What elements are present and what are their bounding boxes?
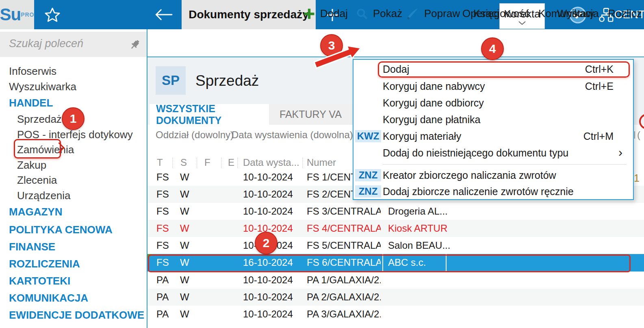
logo-sub-text: PRO [21, 11, 34, 18]
annotation-outline-dodaj [378, 61, 630, 78]
sidebar-section-kartoteki[interactable]: KARTOTEKI [0, 274, 156, 288]
menu-item-koryguj-odbiorcy[interactable]: Koryguj dane odbiorcy [353, 94, 633, 111]
toolbar-dodaj-label: Dodaj [320, 7, 348, 20]
menu-item-koryguj-platnika[interactable]: Koryguj dane płatnika [353, 111, 633, 128]
annotation-outline-sprzedaz [14, 139, 61, 159]
sidebar-item-infoserwis[interactable]: Infoserwis [0, 64, 156, 78]
toolbar-komunikacja-button[interactable]: Komunikacja [538, 0, 599, 27]
add-plus-icon [303, 8, 315, 20]
search-placeholder: Szukaj poleceń [9, 37, 83, 50]
toolbar-pokaz-button[interactable]: Pokaż [356, 0, 402, 27]
command-search-box[interactable]: Szukaj poleceń [0, 32, 147, 57]
doc-type-badge-znz: ZNZ [355, 169, 381, 181]
col-t[interactable]: T [157, 157, 163, 168]
tab-faktury-vat[interactable]: FAKTURY VA [269, 104, 364, 125]
shortcut: Ctrl+E [585, 80, 614, 92]
annotation-badge-2: 2 [255, 232, 278, 254]
tab-dokumenty-sprzedazy[interactable]: Dokumenty sprzedaży [182, 0, 316, 29]
page-type-badge: SP [156, 66, 186, 95]
doc-type-badge-kwz: KWZ [355, 130, 381, 142]
menu-separator [383, 164, 627, 165]
korekta-dropdown-menu: Dodaj Ctrl+K Koryguj dane nabywcy Ctrl+E… [353, 59, 634, 200]
header-separator [221, 158, 222, 168]
clipped-value-fragment: 1 [634, 172, 640, 184]
sidebar-item-wyszukiwarka[interactable]: Wyszukiwarka [0, 80, 156, 93]
toolbar-komunikacja-label: Komunikacja [538, 7, 599, 20]
table-row-fs5[interactable]: FS W 10-10-2024 FS 5/CENTRALA... Salon B… [147, 237, 644, 254]
sidebar-section-komunikacja[interactable]: KOMUNIKACJA [0, 291, 156, 305]
annotation-badge-4: 4 [481, 37, 504, 60]
sidebar-item-zlecenia[interactable]: Zlecenia [0, 173, 164, 187]
col-e[interactable]: E [228, 157, 234, 168]
clipped-text-fragment [634, 131, 635, 139]
app-logo: SuPRO [0, 0, 34, 29]
filter-data-wystawienia[interactable]: Data wystawienia (dowolna) [232, 129, 353, 141]
table-row-fs3[interactable]: FS W 10-10-2024 FS 3/CENTRALA... Drogeri… [147, 203, 644, 220]
col-s[interactable]: S [180, 157, 187, 168]
annotation-badge-1: 1 [62, 107, 85, 130]
back-arrow-icon[interactable] [154, 8, 173, 23]
sidebar-section-magazyn[interactable]: MAGAZYN [0, 205, 156, 219]
submenu-arrow-icon: › [618, 146, 622, 159]
sidebar-item-urzadzenia[interactable]: Urządzenia [0, 189, 164, 202]
sidebar-item-zakup[interactable]: Zakup [0, 158, 164, 172]
table-row-fs4[interactable]: FS W 10-10-2024 FS 4/CENTRALA... Kiosk A… [147, 220, 644, 237]
menu-item-koryguj-materialy[interactable]: KWZ Koryguj materiały Ctrl+M [353, 128, 633, 145]
edit-brush-icon [406, 8, 419, 20]
toolbar-popraw-label: Popraw [424, 7, 460, 20]
col-f[interactable]: F [204, 157, 210, 168]
table-row-pa2[interactable]: PA W 10-10-2024 PA 2/GALAXIA/2... [147, 289, 644, 306]
toolbar-popraw-button[interactable]: Popraw [406, 0, 460, 27]
app-window: SuPRO Dokumenty sprzedaży CENT Szukaj po… [0, 0, 644, 328]
menu-item-kreator-zwrotow[interactable]: ZNZ Kreator zbiorczego naliczania zwrotó… [353, 167, 633, 184]
page-title: Sprzedaż [195, 72, 259, 89]
clipped-paren-fragment: ( [637, 129, 640, 141]
menu-item-dodaj[interactable]: Dodaj Ctrl+K [353, 61, 633, 78]
favorites-star-icon[interactable] [44, 7, 61, 25]
sidebar: Szukaj poleceń Infoserwis Wyszukiwarka H… [0, 29, 147, 328]
tab-wszystkie-dokumenty[interactable]: WSZYSTKIE DOKUMENTY [150, 104, 275, 125]
table-row-pa1[interactable]: PA W 10-10-2024 PA 1/GALAXIA/2... [147, 272, 644, 289]
sidebar-section-rozliczenia[interactable]: ROZLICZENIA [0, 257, 156, 271]
toolbar-ksiegowosc-button[interactable]: Księgowość [473, 0, 530, 27]
toolbar-pokaz-label: Pokaż [373, 7, 402, 20]
tab-title: Dokumenty sprzedaży [189, 8, 309, 21]
toolbar-divider [147, 56, 644, 57]
table-row-pa3[interactable]: PA W 10-10-2024 PA 3/GALAXIA/2... [147, 306, 644, 323]
pin-icon[interactable] [129, 39, 141, 52]
sidebar-section-finanse[interactable]: FINANSE [0, 240, 156, 254]
toolbar-rozlicz-label: Rozlicz [608, 7, 642, 20]
action-toolbar [147, 29, 644, 56]
header-separator [237, 158, 238, 168]
menu-item-dodaj-zbiorcze[interactable]: ZNZ Dodaj zbiorcze naliczenie zwrotów rę… [353, 183, 633, 200]
shortcut: Ctrl+M [583, 130, 614, 142]
search-icon [356, 8, 368, 20]
toolbar-rozlicz-button[interactable]: Rozlicz [608, 0, 642, 27]
sidebar-section-polityka-cenowa[interactable]: POLITYKA CENOWA [0, 223, 156, 237]
filter-oddzial[interactable]: Oddział (dowolny) [156, 129, 234, 141]
header-separator [302, 158, 303, 168]
toolbar-dodaj-button[interactable]: Dodaj [303, 0, 348, 27]
menu-item-koryguj-nabywcy[interactable]: Koryguj dane nabywcy Ctrl+E [353, 78, 633, 95]
menu-item-dodaj-do-nieistniejacego[interactable]: Dodaj do nieistniejącego dokumentu typu … [353, 144, 633, 161]
doc-type-badge-znz: ZNZ [355, 185, 381, 198]
annotation-arrow [312, 40, 365, 72]
sidebar-section-ewidencje[interactable]: EWIDENCJE DODATKOWE [0, 308, 156, 322]
header-separator [197, 158, 197, 168]
sidebar-section-handel[interactable]: HANDEL [0, 96, 156, 110]
annotation-outline-selected-row [148, 254, 631, 272]
toolbar-ksiegowosc-label: Księgowość [473, 7, 530, 20]
logo-text: Su [0, 5, 21, 24]
col-numer[interactable]: Numer [307, 157, 336, 168]
header-separator [172, 158, 173, 168]
col-data-wystawienia[interactable]: Data wysta... [243, 157, 299, 168]
